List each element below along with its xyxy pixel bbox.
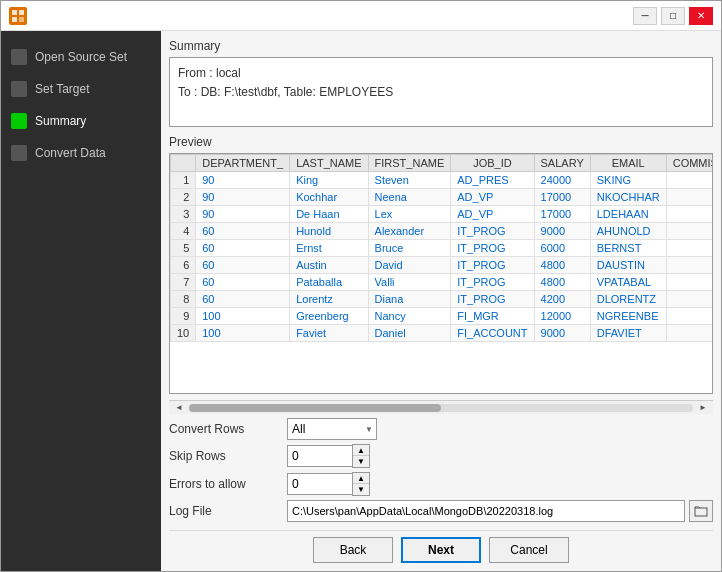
svg-rect-0: [12, 10, 17, 15]
svg-rect-1: [19, 10, 24, 15]
preview-table: DEPARTMENT_ LAST_NAME FIRST_NAME JOB_ID …: [170, 154, 713, 342]
log-file-label: Log File: [169, 504, 279, 518]
skip-rows-input[interactable]: [287, 445, 352, 467]
skip-rows-spinner: ▲ ▼: [287, 444, 370, 468]
col-header-first: FIRST_NAME: [368, 155, 451, 172]
convert-data-icon: [11, 145, 27, 161]
scroll-track[interactable]: [189, 404, 693, 412]
summary-section-label: Summary: [169, 39, 713, 53]
skip-rows-down[interactable]: ▼: [353, 456, 369, 467]
col-header-last: LAST_NAME: [290, 155, 368, 172]
convert-rows-row: Convert Rows All First N Custom: [169, 418, 713, 440]
summary-icon: [11, 113, 27, 129]
preview-section-label: Preview: [169, 135, 713, 149]
svg-rect-2: [12, 17, 17, 22]
preview-table-container[interactable]: DEPARTMENT_ LAST_NAME FIRST_NAME JOB_ID …: [169, 153, 713, 394]
table-row: 9100GreenbergNancyFI_MGR12000NGREENBE: [171, 308, 714, 325]
bottom-buttons: Back Next Cancel: [169, 530, 713, 563]
col-header-comm: COMMISS: [666, 155, 713, 172]
table-row: 860LorentzDianaIT_PROG4200DLORENTZ: [171, 291, 714, 308]
close-button[interactable]: ✕: [689, 7, 713, 25]
main-window: ─ □ ✕ Open Source Set Set Target Summary…: [0, 0, 722, 572]
table-row: 560ErnstBruceIT_PROG6000BERNST: [171, 240, 714, 257]
scroll-right-arrow[interactable]: ►: [695, 403, 711, 412]
svg-rect-4: [695, 508, 707, 516]
maximize-button[interactable]: □: [661, 7, 685, 25]
open-source-icon: [11, 49, 27, 65]
skip-rows-row: Skip Rows ▲ ▼: [169, 444, 713, 468]
sidebar: Open Source Set Set Target Summary Conve…: [1, 31, 161, 571]
convert-rows-label: Convert Rows: [169, 422, 279, 436]
table-header-row: DEPARTMENT_ LAST_NAME FIRST_NAME JOB_ID …: [171, 155, 714, 172]
col-header-dept: DEPARTMENT_: [196, 155, 290, 172]
table-row: 760PataballaValliIT_PROG4800VPATABAL: [171, 274, 714, 291]
sidebar-label-summary: Summary: [35, 114, 86, 128]
table-row: 660AustinDavidIT_PROG4800DAUSTIN: [171, 257, 714, 274]
table-row: 290KochharNeenaAD_VP17000NKOCHHAR: [171, 189, 714, 206]
errors-row: Errors to allow ▲ ▼: [169, 472, 713, 496]
errors-down[interactable]: ▼: [353, 484, 369, 495]
title-bar: ─ □ ✕: [1, 1, 721, 31]
errors-spinner: ▲ ▼: [287, 472, 370, 496]
set-target-icon: [11, 81, 27, 97]
col-header-num: [171, 155, 196, 172]
log-file-row: Log File: [169, 500, 713, 522]
col-header-job: JOB_ID: [451, 155, 534, 172]
convert-rows-select-wrapper: All First N Custom: [287, 418, 377, 440]
form-section: Convert Rows All First N Custom Skip Row…: [169, 418, 713, 522]
convert-rows-select[interactable]: All First N Custom: [287, 418, 377, 440]
summary-box: From : local To : DB: F:\test\dbf, Table…: [169, 57, 713, 127]
summary-to: To : DB: F:\test\dbf, Table: EMPLOYEES: [178, 83, 704, 102]
errors-up[interactable]: ▲: [353, 473, 369, 484]
content-area: Open Source Set Set Target Summary Conve…: [1, 31, 721, 571]
skip-rows-up[interactable]: ▲: [353, 445, 369, 456]
table-row: 10100FavietDanielFI_ACCOUNT9000DFAVIET: [171, 325, 714, 342]
table-row: 190KingStevenAD_PRES24000SKING: [171, 172, 714, 189]
back-button[interactable]: Back: [313, 537, 393, 563]
col-header-salary: SALARY: [534, 155, 590, 172]
log-file-browse-button[interactable]: [689, 500, 713, 522]
sidebar-item-set-target[interactable]: Set Target: [1, 73, 161, 105]
sidebar-item-summary[interactable]: Summary: [1, 105, 161, 137]
app-icon: [9, 7, 27, 25]
sidebar-item-convert-data[interactable]: Convert Data: [1, 137, 161, 169]
minimize-button[interactable]: ─: [633, 7, 657, 25]
errors-label: Errors to allow: [169, 477, 279, 491]
svg-rect-3: [19, 17, 24, 22]
scroll-left-arrow[interactable]: ◄: [171, 403, 187, 412]
skip-rows-label: Skip Rows: [169, 449, 279, 463]
table-row: 390De HaanLexAD_VP17000LDEHAAN: [171, 206, 714, 223]
col-header-email: EMAIL: [590, 155, 666, 172]
sidebar-label-convert-data: Convert Data: [35, 146, 106, 160]
horizontal-scrollbar[interactable]: ◄ ►: [169, 400, 713, 414]
table-row: 460HunoldAlexanderIT_PROG9000AHUNOLD: [171, 223, 714, 240]
cancel-button[interactable]: Cancel: [489, 537, 569, 563]
sidebar-label-set-target: Set Target: [35, 82, 89, 96]
sidebar-label-open-source: Open Source Set: [35, 50, 127, 64]
next-button[interactable]: Next: [401, 537, 481, 563]
scroll-thumb: [189, 404, 441, 412]
summary-from: From : local: [178, 64, 704, 83]
errors-input[interactable]: [287, 473, 352, 495]
log-file-input[interactable]: [287, 500, 685, 522]
main-panel: Summary From : local To : DB: F:\test\db…: [161, 31, 721, 571]
sidebar-item-open-source-set[interactable]: Open Source Set: [1, 41, 161, 73]
